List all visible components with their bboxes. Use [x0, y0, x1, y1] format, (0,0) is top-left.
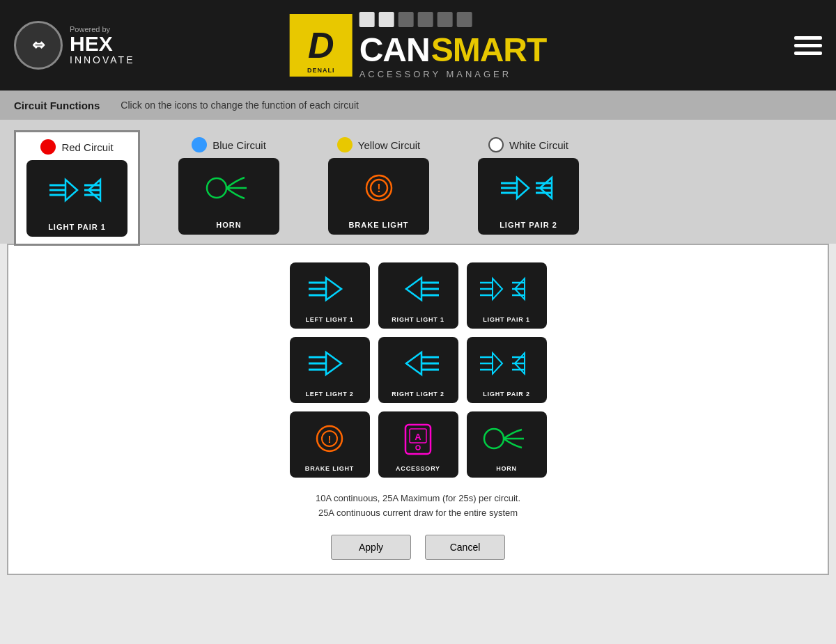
svg-text:A: A [415, 432, 421, 442]
brake-light-grid-icon: ! [305, 421, 354, 456]
svg-marker-27 [406, 278, 421, 300]
innovate-label: INNOVATE [70, 54, 135, 65]
svg-text:!: ! [328, 433, 332, 445]
yellow-circuit-card[interactable]: ! BRAKE LIGHT [328, 158, 429, 235]
hex-brand-label: HEX [70, 33, 135, 54]
blue-dot-icon [192, 137, 207, 152]
left-light-2-icon [305, 348, 354, 379]
accessory-button[interactable]: A ACCESSORY [378, 411, 458, 478]
sq-icon-6 [457, 12, 472, 27]
horn-grid-icon [479, 421, 534, 456]
right-light-2-button[interactable]: RIGHT LIGHT 2 [378, 337, 458, 403]
right-light-1-label: RIGHT LIGHT 1 [392, 316, 444, 323]
brake-light-icon-header: ! [351, 171, 407, 205]
circuit-item-red[interactable]: Red Circuit LIGHT PA [14, 130, 140, 246]
blue-function-label: HORN [216, 221, 241, 235]
svg-text:!: ! [377, 182, 380, 194]
button-row: Apply Cancel [331, 535, 505, 560]
info-line-1: 10A continuous, 25A Maximum (for 25s) pe… [316, 492, 520, 506]
can-smart-icons [359, 12, 547, 27]
left-light-2-label: LEFT LIGHT 2 [305, 391, 353, 398]
red-dot-icon [40, 139, 56, 155]
svg-point-8 [207, 178, 226, 198]
light-pair-2-icon [497, 171, 560, 205]
light-pair-2-grid-icon [479, 348, 534, 379]
circuit-item-blue[interactable]: Blue Circuit HORN [168, 130, 290, 242]
svg-marker-31 [493, 278, 502, 299]
menu-button[interactable] [794, 36, 822, 55]
svg-marker-23 [326, 278, 341, 300]
info-text: 10A continuous, 25A Maximum (for 25s) pe… [316, 492, 520, 521]
main-panel: LEFT LIGHT 1 RIGHT LIGHT 1 [7, 244, 829, 575]
right-light-2-label: RIGHT LIGHT 2 [392, 391, 444, 398]
right-light-1-button[interactable]: RIGHT LIGHT 1 [378, 262, 458, 329]
smart-word: SMART [431, 31, 547, 69]
denali-box: D DENALI [290, 14, 353, 77]
menu-bar-1 [794, 36, 822, 40]
yellow-dot-icon [337, 137, 353, 152]
header: ⇔ Powered by HEX INNOVATE D DENALI CAN S… [0, 0, 836, 91]
light-pair-2-button[interactable]: LIGHT PAIR 2 [467, 337, 547, 403]
can-word: CAN [359, 31, 430, 69]
circuit-functions-title: Circuit Functions [14, 100, 100, 111]
menu-bar-3 [794, 52, 822, 55]
accessory-icon: A [397, 421, 439, 456]
sq-icon-2 [379, 12, 394, 27]
info-line-2: 25A continuous current draw for the enti… [316, 506, 520, 521]
hex-circle-icon: ⇔ [14, 21, 63, 70]
left-light-2-button[interactable]: LEFT LIGHT 2 [290, 337, 370, 403]
red-circuit-card[interactable]: LIGHT PAIR 1 [26, 160, 127, 237]
circuit-functions-bar: Circuit Functions Click on the icons to … [0, 91, 836, 120]
sq-icon-5 [438, 12, 453, 27]
yellow-circuit-label: Yellow Circuit [358, 139, 420, 151]
left-light-1-label: LEFT LIGHT 1 [305, 316, 353, 323]
light-pair-1-button[interactable]: LIGHT PAIR 1 [467, 262, 547, 329]
right-light-1-icon [394, 274, 442, 305]
horn-icon [201, 171, 257, 205]
sq-icon-1 [359, 12, 375, 27]
svg-marker-15 [517, 178, 529, 198]
red-circuit-label: Red Circuit [61, 141, 113, 153]
white-circuit-label: White Circuit [509, 139, 568, 151]
horn-button[interactable]: HORN [467, 411, 547, 478]
sq-icon-4 [418, 12, 433, 27]
menu-bar-2 [794, 44, 822, 47]
accessory-manager-label: ACCESSORY MANAGER [359, 69, 547, 79]
circuit-item-white[interactable]: White Circuit LIGHT PAIR 2 [467, 130, 589, 242]
blue-circuit-card[interactable]: HORN [178, 158, 279, 235]
apply-button[interactable]: Apply [331, 535, 411, 560]
light-pair-2-grid-label: LIGHT PAIR 2 [483, 391, 529, 398]
svg-marker-47 [493, 353, 502, 374]
circuit-selection-area: Red Circuit LIGHT PA [0, 120, 836, 244]
red-function-label: LIGHT PAIR 1 [48, 223, 106, 237]
white-dot-icon [488, 137, 504, 152]
center-logo: D DENALI CAN SMART ACCESSORY MANAGER [290, 12, 547, 79]
hex-logo: ⇔ Powered by HEX INNOVATE [14, 21, 135, 70]
white-function-label: LIGHT PAIR 2 [500, 221, 557, 235]
svg-marker-43 [406, 352, 421, 375]
left-light-1-icon [305, 274, 354, 305]
light-pair-1-icon [46, 173, 109, 207]
svg-marker-3 [65, 180, 77, 201]
accessory-label: ACCESSORY [396, 465, 440, 472]
svg-point-59 [484, 429, 504, 448]
blue-circuit-label: Blue Circuit [212, 139, 266, 151]
light-pair-1-grid-label: LIGHT PAIR 1 [483, 316, 529, 323]
icon-grid: LEFT LIGHT 1 RIGHT LIGHT 1 [290, 262, 547, 478]
cancel-button[interactable]: Cancel [425, 535, 505, 560]
denali-label: DENALI [290, 67, 353, 74]
svg-point-58 [416, 446, 420, 450]
white-circuit-card[interactable]: LIGHT PAIR 2 [478, 158, 579, 235]
horn-grid-label: HORN [496, 465, 517, 472]
right-light-2-icon [394, 348, 442, 379]
left-light-1-button[interactable]: LEFT LIGHT 1 [290, 262, 370, 329]
circuit-instruction: Click on the icons to change the functio… [121, 100, 359, 111]
brake-light-grid-label: BRAKE LIGHT [305, 465, 354, 472]
svg-marker-39 [326, 352, 341, 375]
light-pair-1-grid-icon [479, 274, 534, 305]
circuit-item-yellow[interactable]: Yellow Circuit ! BRAKE LIGHT [318, 130, 440, 242]
sq-icon-3 [398, 12, 414, 27]
brake-light-button[interactable]: ! BRAKE LIGHT [290, 411, 370, 478]
yellow-function-label: BRAKE LIGHT [348, 221, 408, 235]
